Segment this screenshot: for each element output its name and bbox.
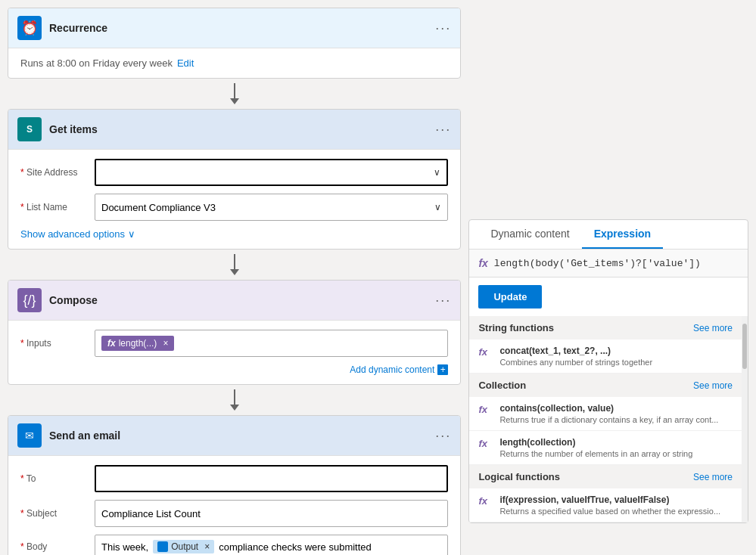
fx-icon: fx (478, 346, 493, 358)
advanced-options-link[interactable]: Show advanced options ∨ (20, 228, 448, 240)
logical-functions-header: Logical functions See more (469, 465, 742, 488)
collection-title: Collection (478, 380, 526, 391)
site-address-row: * Site Address ∨ (20, 159, 448, 186)
send-email-block: ✉ Send an email ··· * To * Subject Compl… (8, 415, 461, 555)
function-concat-desc: Combines any number of strings together (499, 358, 733, 367)
recurrence-body: Runs at 8:00 on Friday every week Edit (8, 48, 460, 78)
list-name-label: * List Name (20, 202, 89, 212)
recurrence-block: ⏰ Recurrence ··· Runs at 8:00 on Friday … (8, 8, 461, 79)
run-info: Runs at 8:00 on Friday every week Edit (20, 57, 448, 69)
panel-functions-area: String functions See more fx concat(text… (469, 316, 748, 522)
compose-title: Compose (49, 294, 435, 306)
recurrence-more-button[interactable]: ··· (435, 20, 451, 36)
recurrence-icon: ⏰ (17, 16, 42, 40)
expression-panel: Dynamic content Expression fx Update Str… (468, 219, 748, 523)
function-if-desc: Returns a specified value based on wheth… (499, 507, 733, 516)
list-name-row: * List Name Document Compliance V3 ∨ (20, 194, 448, 221)
site-address-input[interactable]: ∨ (95, 159, 448, 186)
subject-row: * Subject Compliance List Count (20, 500, 448, 527)
string-functions-title: String functions (478, 322, 554, 333)
string-functions-header: String functions See more (469, 316, 742, 340)
string-see-more[interactable]: See more (693, 323, 733, 333)
function-contains-desc: Returns true if a dictionary contains a … (499, 415, 733, 424)
sharepoint-icon: S (17, 117, 42, 141)
output-icon (157, 541, 168, 552)
edit-link[interactable]: Edit (177, 57, 194, 69)
update-button[interactable]: Update (478, 285, 542, 309)
function-length-desc: Returns the number of elements in an arr… (499, 449, 733, 458)
get-items-title: Get items (49, 123, 435, 135)
function-contains-name: contains(collection, value) (499, 403, 733, 414)
fx-icon-3: fx (478, 438, 493, 449)
send-email-title: Send an email (49, 429, 435, 442)
list-name-dropdown-icon: ∨ (434, 202, 441, 212)
fx-icon-2: fx (478, 404, 493, 415)
expression-bar: fx (469, 250, 748, 278)
send-email-more-button[interactable]: ··· (435, 428, 451, 444)
logical-see-more[interactable]: See more (693, 472, 733, 482)
body-input[interactable]: This week, Output × compliance checks we… (95, 535, 448, 555)
function-if[interactable]: fx if(expression, valueIfTrue, valueIfFa… (469, 488, 742, 522)
body-row: * Body This week, Output × compliance ch… (20, 535, 448, 555)
subject-label: * Subject (20, 508, 89, 519)
flow-canvas: ⏰ Recurrence ··· Runs at 8:00 on Friday … (8, 8, 461, 555)
functions-list: String functions See more fx concat(text… (469, 316, 742, 522)
inputs-label: * Inputs (20, 338, 89, 349)
function-concat[interactable]: fx concat(text_1, text_2?, ...) Combines… (469, 340, 742, 374)
add-dynamic-button[interactable]: Add dynamic content + (350, 364, 448, 375)
panel-tabs: Dynamic content Expression (469, 220, 748, 250)
fx-icon-4: fx (478, 495, 493, 507)
arrow-2 (230, 254, 239, 275)
inputs-field[interactable]: fx length(...) × (95, 330, 448, 357)
to-label: * To (20, 473, 89, 484)
output-tag-remove[interactable]: × (204, 541, 210, 552)
add-dynamic-row: Add dynamic content + (20, 364, 448, 375)
get-items-block: S Get items ··· * Site Address ∨ * List … (8, 109, 461, 250)
compose-icon: {/} (17, 288, 42, 312)
expression-input[interactable] (494, 258, 739, 269)
compose-block: {/} Compose ··· * Inputs fx length(...) … (8, 280, 461, 385)
email-icon: ✉ (17, 423, 42, 448)
arrow-3 (230, 389, 239, 411)
plus-icon: + (437, 364, 448, 375)
recurrence-header: ⏰ Recurrence ··· (8, 8, 460, 48)
function-length[interactable]: fx length(collection) Returns the number… (469, 431, 742, 465)
function-length-name: length(collection) (499, 437, 733, 448)
body-label: * Body (20, 541, 89, 552)
subject-input[interactable]: Compliance List Count (95, 500, 448, 527)
chevron-down-icon: ∨ (128, 228, 135, 240)
length-tag: fx length(...) × (101, 336, 174, 351)
function-if-name: if(expression, valueIfTrue, valueIfFalse… (499, 495, 733, 505)
compose-body: * Inputs fx length(...) × Add dynamic co… (8, 321, 460, 384)
compose-more-button[interactable]: ··· (435, 293, 451, 309)
recurrence-title: Recurrence (49, 22, 435, 34)
tab-dynamic-content[interactable]: Dynamic content (478, 220, 581, 249)
inputs-row: * Inputs fx length(...) × (20, 330, 448, 357)
scrollbar[interactable] (742, 316, 748, 522)
get-items-header: S Get items ··· (8, 110, 460, 150)
collection-see-more[interactable]: See more (693, 380, 733, 391)
function-contains[interactable]: fx contains(collection, value) Returns t… (469, 397, 742, 431)
get-items-body: * Site Address ∨ * List Name Document Co… (8, 150, 460, 249)
collection-header: Collection See more (469, 374, 742, 397)
to-row: * To (20, 465, 448, 492)
scroll-thumb (742, 324, 747, 369)
send-email-header: ✉ Send an email ··· (8, 416, 460, 456)
tag-remove-button[interactable]: × (163, 338, 168, 349)
compose-header: {/} Compose ··· (8, 281, 460, 321)
get-items-more-button[interactable]: ··· (435, 122, 451, 138)
logical-functions-title: Logical functions (478, 471, 560, 482)
tab-expression[interactable]: Expression (582, 220, 663, 249)
send-email-body: * To * Subject Compliance List Count * B… (8, 456, 460, 555)
list-name-input[interactable]: Document Compliance V3 ∨ (95, 194, 448, 221)
fx-badge: fx (478, 257, 487, 269)
site-address-label: * Site Address (20, 167, 89, 178)
arrow-1 (230, 83, 239, 104)
function-concat-name: concat(text_1, text_2?, ...) (499, 346, 733, 356)
to-input[interactable] (95, 465, 448, 492)
output-tag: Output × (153, 540, 214, 553)
